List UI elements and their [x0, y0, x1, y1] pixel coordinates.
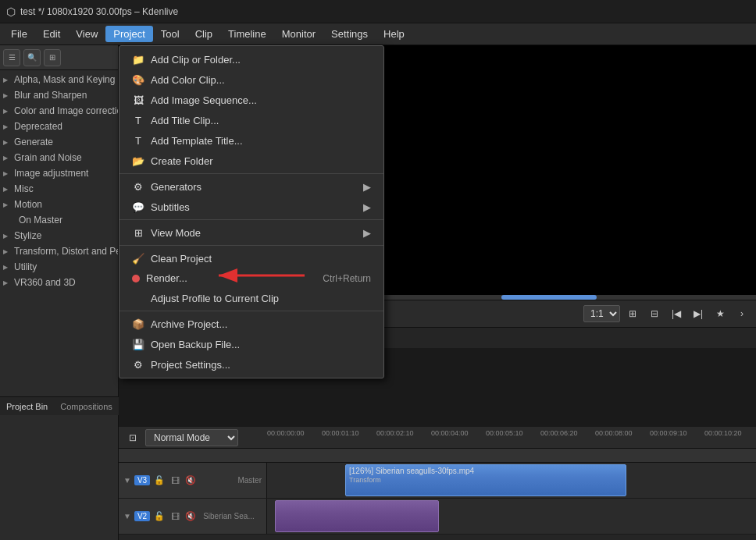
menu-settings[interactable]: Settings — [323, 26, 376, 42]
track-v2-audio[interactable]: 🔇 — [184, 510, 197, 523]
star-btn[interactable]: ★ — [711, 304, 729, 323]
render-dot-icon — [132, 275, 140, 282]
menu-add-color-clip[interactable]: 🎨 Add Color Clip... — [119, 69, 383, 90]
menu-render[interactable]: Render... Ctrl+Return — [119, 268, 383, 288]
project-menu-dropdown: 📁 Add Clip or Folder... 🎨 Add Color Clip… — [119, 45, 384, 378]
ratio-select[interactable]: 1:1 1:2 Fit — [583, 305, 620, 322]
render-shortcut: Ctrl+Return — [323, 273, 371, 284]
effect-motion[interactable]: Motion — [0, 197, 118, 212]
track-v3-audio[interactable]: 🔇 — [184, 474, 197, 487]
track-v2-content — [267, 499, 756, 534]
effects-search-btn[interactable]: 🔍 — [23, 49, 41, 66]
add-clip-icon: 📁 — [132, 53, 144, 66]
menu-clean-project[interactable]: 🧹 Clean Project — [119, 248, 383, 268]
add-image-seq-icon: 🖼 — [132, 94, 144, 106]
effect-blur[interactable]: Blur and Sharpen — [0, 87, 118, 103]
separator-1 — [119, 173, 383, 174]
track-v2: ▼ V2 🔓 🎞 🔇 Siberian Sea... — [119, 499, 756, 535]
track-v2-collapse[interactable]: ▼ — [123, 512, 131, 520]
menu-add-title[interactable]: T Add Title Clip... — [119, 110, 383, 130]
zoom-out-btn[interactable]: ⊟ — [645, 304, 664, 323]
mode-select[interactable]: Normal Mode Overwrite Mode Insert Mode — [145, 429, 238, 446]
adjust-profile-icon — [132, 292, 144, 304]
more-options-btn[interactable]: › — [733, 304, 751, 323]
track-v2-film[interactable]: 🎞 — [169, 510, 181, 523]
menu-view[interactable]: View — [68, 26, 105, 42]
effect-generate[interactable]: Generate — [0, 134, 118, 150]
dropdown-menu: 📁 Add Clip or Folder... 🎨 Add Color Clip… — [119, 45, 384, 378]
prev-frame-btn[interactable]: |◀ — [667, 304, 686, 323]
menu-adjust-profile[interactable]: Adjust Profile to Current Clip — [119, 288, 383, 308]
track-v3-header: ▼ V3 🔓 🎞 🔇 Master — [119, 463, 267, 498]
menu-add-template[interactable]: T Add Template Title... — [119, 130, 383, 151]
backup-icon: 💾 — [132, 338, 144, 350]
window-title: test */ 1080x1920 30.00fps – Kdenlive — [20, 6, 178, 17]
menu-monitor[interactable]: Monitor — [274, 26, 323, 42]
menu-create-folder[interactable]: 📂 Create Folder — [119, 151, 383, 171]
menu-view-mode[interactable]: ⊞ View Mode ▶ — [119, 222, 383, 243]
project-bin-tab[interactable]: Project Bin — [6, 402, 48, 411]
effect-utility[interactable]: Utility — [0, 259, 118, 275]
clip-v3-1[interactable]: [126%] Siberian seagulls-30fps.mp4 Trans… — [345, 464, 626, 496]
effect-image[interactable]: Image adjustment — [0, 165, 118, 181]
menu-timeline[interactable]: Timeline — [220, 26, 274, 42]
clip-v2-1[interactable] — [275, 500, 439, 532]
monitor-right-controls: 1:1 1:2 Fit ⊞ ⊟ |◀ ▶| ★ › — [583, 304, 751, 323]
menu-generators[interactable]: ⚙ Generators ▶ — [119, 176, 383, 197]
effect-stylize[interactable]: Stylize — [0, 228, 118, 243]
separator-4 — [119, 311, 383, 311]
generators-icon: ⚙ — [132, 180, 144, 193]
monitor-scroll-thumb — [501, 295, 597, 300]
bottom-tabs: Project Bin Compositions — [0, 396, 119, 415]
menu-backup[interactable]: 💾 Open Backup File... — [119, 334, 383, 354]
menu-add-clip[interactable]: 📁 Add Clip or Folder... — [119, 49, 383, 69]
generators-arrow: ▶ — [363, 181, 371, 193]
clip-v3-1-label: [126%] Siberian seagulls-30fps.mp4 — [349, 467, 474, 475]
add-color-clip-icon: 🎨 — [132, 73, 144, 86]
track-v2-badge: V2 — [134, 511, 150, 521]
archive-icon: 📦 — [132, 318, 144, 330]
effects-list-btn[interactable]: ☰ — [3, 49, 20, 66]
subtitles-icon: 💬 — [132, 201, 144, 213]
menu-bar: File Edit View Project Tool Clip Timelin… — [0, 23, 756, 45]
timeline-area: ⊡ Normal Mode Overwrite Mode Insert Mode… — [119, 427, 756, 540]
track-v3-content: [126%] Siberian seagulls-30fps.mp4 Trans… — [267, 463, 756, 498]
next-frame-btn[interactable]: ▶| — [689, 304, 708, 323]
menu-edit[interactable]: Edit — [35, 26, 68, 42]
effect-vr360[interactable]: VR360 and 3D — [0, 275, 118, 290]
compositions-tab[interactable]: Compositions — [60, 402, 112, 411]
effect-transform[interactable]: Transform, Distort and Pe — [0, 243, 118, 259]
menu-project-settings[interactable]: ⚙ Project Settings... — [119, 354, 383, 375]
effects-list: Alpha, Mask and Keying Blur and Sharpen … — [0, 70, 118, 292]
effect-misc[interactable]: Misc — [0, 181, 118, 197]
track-v3-lock[interactable]: 🔓 — [153, 474, 166, 487]
subtitles-arrow: ▶ — [363, 201, 371, 213]
add-template-icon: T — [132, 134, 144, 147]
menu-help[interactable]: Help — [376, 26, 412, 42]
app-icon: ⬡ — [6, 5, 16, 18]
timeline-split-btn[interactable]: ⊡ — [123, 428, 142, 447]
track-v3-film[interactable]: 🎞 — [169, 474, 181, 487]
effects-tree-btn[interactable]: ⊞ — [44, 49, 61, 66]
menu-archive[interactable]: 📦 Archive Project... — [119, 314, 383, 334]
effect-onmaster[interactable]: On Master — [0, 212, 118, 228]
menu-project[interactable]: Project — [105, 26, 152, 42]
menu-file[interactable]: File — [3, 26, 35, 42]
master-label: Master — [237, 476, 262, 485]
track-v3-collapse[interactable]: ▼ — [123, 476, 131, 485]
separator-2 — [119, 219, 383, 220]
effect-color[interactable]: Color and Image correction — [0, 103, 118, 119]
effect-deprecated[interactable]: Deprecated — [0, 119, 118, 134]
zoom-in-btn[interactable]: ⊞ — [623, 304, 642, 323]
menu-add-image-seq[interactable]: 🖼 Add Image Sequence... — [119, 90, 383, 110]
effect-grain[interactable]: Grain and Noise — [0, 150, 118, 165]
menu-subtitles[interactable]: 💬 Subtitles ▶ — [119, 197, 383, 217]
track-v2-header: ▼ V2 🔓 🎞 🔇 Siberian Sea... — [119, 499, 267, 534]
title-bar: ⬡ test */ 1080x1920 30.00fps – Kdenlive — [0, 0, 756, 23]
separator-3 — [119, 245, 383, 246]
menu-clip[interactable]: Clip — [187, 26, 220, 42]
menu-tool[interactable]: Tool — [153, 26, 187, 42]
effect-alpha[interactable]: Alpha, Mask and Keying — [0, 72, 118, 87]
track-v2-lock[interactable]: 🔓 — [153, 510, 166, 523]
clip-v3-1-sublabel: Transform — [349, 476, 381, 484]
